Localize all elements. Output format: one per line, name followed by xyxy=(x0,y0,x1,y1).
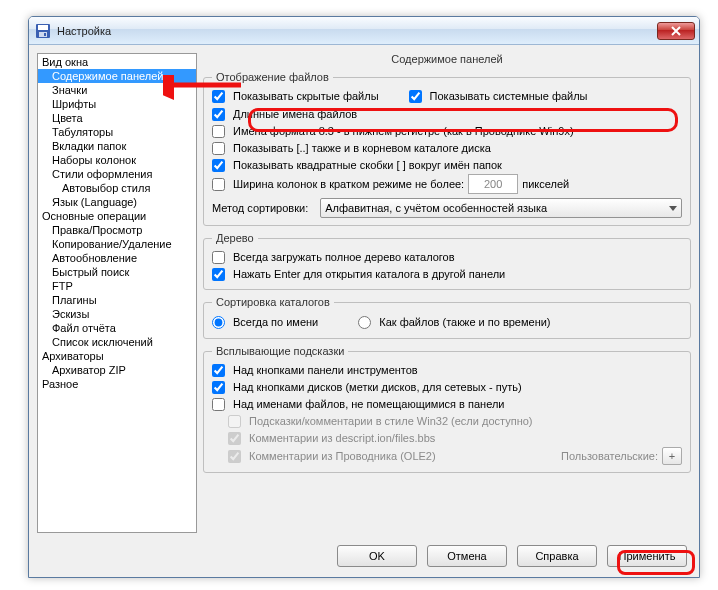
checkbox-tip-win32: Подсказки/комментарии в стиле Win32 (есл… xyxy=(212,413,682,429)
label-custom: Пользовательские: xyxy=(561,448,658,464)
cancel-button[interactable]: Отмена xyxy=(427,545,507,567)
checkbox-long-names[interactable]: Длинные имена файлов xyxy=(212,106,682,122)
checkbox-tip-ole2: Комментарии из Проводника (OLE2) xyxy=(228,448,436,464)
ok-button[interactable]: OK xyxy=(337,545,417,567)
close-icon xyxy=(671,26,681,36)
svg-rect-1 xyxy=(38,25,48,30)
sidebar-item[interactable]: Файл отчёта xyxy=(38,321,196,335)
checkbox-square-brackets[interactable]: Показывать квадратные скобки [ ] вокруг … xyxy=(212,157,682,173)
sidebar-item[interactable]: Основные операции xyxy=(38,209,196,223)
sidebar-item[interactable]: FTP xyxy=(38,279,196,293)
sidebar-item[interactable]: Список исключений xyxy=(38,335,196,349)
sidebar-item[interactable]: Цвета xyxy=(38,111,196,125)
checkbox-dotdot-root[interactable]: Показывать [..] также и в корневом катал… xyxy=(212,140,682,156)
sidebar-item[interactable]: Шрифты xyxy=(38,97,196,111)
sidebar-item[interactable]: Содержимое панелей xyxy=(38,69,196,83)
legend-file-display: Отображение файлов xyxy=(212,71,333,83)
category-tree[interactable]: Вид окнаСодержимое панелейЗначкиШрифтыЦв… xyxy=(37,53,197,533)
legend-dir-sort: Сортировка каталогов xyxy=(212,296,334,308)
sidebar-item[interactable]: Автовыбор стиля xyxy=(38,181,196,195)
settings-window: Настройка Вид окнаСодержимое панелейЗнач… xyxy=(28,16,700,578)
sidebar-item[interactable]: Архиваторы xyxy=(38,349,196,363)
legend-tree: Дерево xyxy=(212,232,258,244)
page-title: Содержимое панелей xyxy=(203,53,691,65)
legend-tooltips: Всплывающие подсказки xyxy=(212,345,348,357)
sidebar-item[interactable]: Язык (Language) xyxy=(38,195,196,209)
svg-rect-3 xyxy=(44,33,46,36)
window-title: Настройка xyxy=(57,25,657,37)
sidebar-item[interactable]: Разное xyxy=(38,377,196,391)
sidebar-item[interactable]: Значки xyxy=(38,83,196,97)
checkbox-tip-filenames[interactable]: Над именами файлов, не помещающимися в п… xyxy=(212,396,682,412)
help-button[interactable]: Справка xyxy=(517,545,597,567)
sidebar-item[interactable]: Стили оформления xyxy=(38,167,196,181)
sidebar-item[interactable]: Вид окна xyxy=(38,55,196,69)
label-sort-method: Метод сортировки: xyxy=(212,200,308,216)
titlebar: Настройка xyxy=(29,17,699,45)
sidebar-item[interactable]: Копирование/Удаление xyxy=(38,237,196,251)
checkbox-show-system[interactable]: Показывать системные файлы xyxy=(409,88,588,104)
checkbox-enter-open[interactable]: Нажать Enter для открытия каталога в дру… xyxy=(212,266,682,282)
apply-button[interactable]: Применить xyxy=(607,545,687,567)
sidebar-item[interactable]: Автообновление xyxy=(38,251,196,265)
button-bar: OK Отмена Справка Применить xyxy=(337,545,687,567)
sidebar-item[interactable]: Вкладки папок xyxy=(38,139,196,153)
sidebar-item[interactable]: Табуляторы xyxy=(38,125,196,139)
checkbox-tip-drives[interactable]: Над кнопками дисков (метки дисков, для с… xyxy=(212,379,682,395)
sidebar-item[interactable]: Архиватор ZIP xyxy=(38,363,196,377)
main-panel: Содержимое панелей Отображение файлов По… xyxy=(203,53,691,533)
radio-sort-by-name[interactable]: Всегда по имени xyxy=(212,314,318,330)
sort-method-combo[interactable]: Алфавитная, с учётом особенностей языка xyxy=(320,198,682,218)
sidebar-item[interactable]: Быстрый поиск xyxy=(38,265,196,279)
radio-sort-as-files[interactable]: Как файлов (также и по времени) xyxy=(358,314,550,330)
chevron-down-icon xyxy=(669,206,677,211)
group-tooltips: Всплывающие подсказки Над кнопками панел… xyxy=(203,345,691,473)
checkbox-column-width[interactable]: Ширина колонок в кратком режиме не более… xyxy=(212,176,464,192)
group-tree: Дерево Всегда загружать полное дерево ка… xyxy=(203,232,691,290)
column-width-input[interactable]: 200 xyxy=(468,174,518,194)
checkbox-full-tree[interactable]: Всегда загружать полное дерево каталогов xyxy=(212,249,682,265)
checkbox-show-hidden[interactable]: Показывать скрытые файлы xyxy=(212,88,379,104)
sidebar-item[interactable]: Наборы колонок xyxy=(38,153,196,167)
group-file-display: Отображение файлов Показывать скрытые фа… xyxy=(203,71,691,226)
checkbox-tip-toolbar[interactable]: Над кнопками панели инструментов xyxy=(212,362,682,378)
label-pixels: пикселей xyxy=(522,176,569,192)
custom-plus-button[interactable]: + xyxy=(662,447,682,465)
close-button[interactable] xyxy=(657,22,695,40)
checkbox-83-lowercase[interactable]: Имена формата 8.3 - в нижнем регистре (к… xyxy=(212,123,682,139)
sidebar-item[interactable]: Эскизы xyxy=(38,307,196,321)
sidebar-item[interactable]: Правка/Просмотр xyxy=(38,223,196,237)
checkbox-tip-descr: Комментарии из descript.ion/files.bbs xyxy=(212,430,682,446)
sidebar-item[interactable]: Плагины xyxy=(38,293,196,307)
save-disk-icon xyxy=(35,23,51,39)
group-dir-sort: Сортировка каталогов Всегда по имени Как… xyxy=(203,296,691,339)
